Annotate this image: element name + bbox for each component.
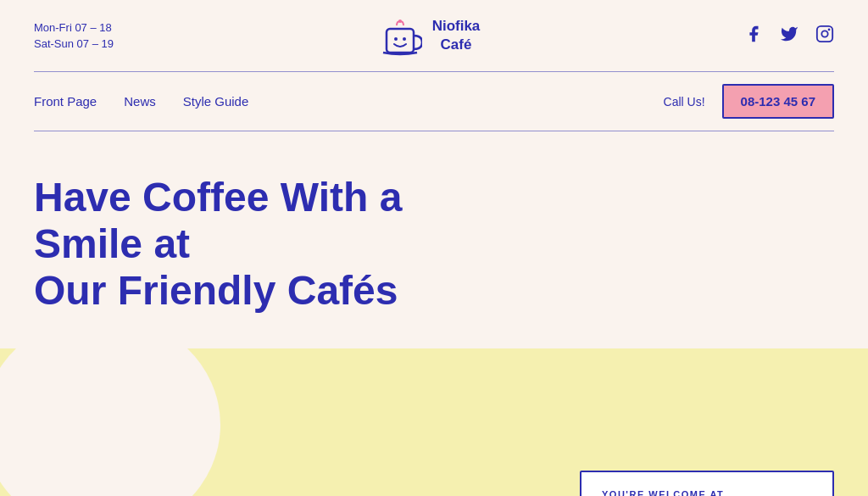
hero-title-line1: Have Coffee With a Smile at: [34, 175, 402, 266]
opening-hours: Mon-Fri 07 – 18 Sat-Sun 07 – 19: [34, 20, 114, 53]
nav-front-page[interactable]: Front Page: [34, 94, 97, 109]
top-bar: Mon-Fri 07 – 18 Sat-Sun 07 – 19 Niofika …: [0, 0, 868, 71]
call-us-label: Call Us!: [664, 95, 705, 109]
logo-icon: [378, 14, 422, 58]
svg-point-5: [821, 31, 827, 36]
nav-news[interactable]: News: [124, 94, 156, 109]
svg-point-6: [828, 28, 831, 31]
svg-point-1: [394, 37, 398, 41]
svg-point-2: [403, 37, 406, 41]
nav-right: Call Us! 08-123 45 67: [664, 84, 834, 119]
nav-links: Front Page News Style Guide: [34, 94, 248, 109]
social-icons: [744, 25, 834, 47]
svg-rect-4: [817, 25, 832, 41]
svg-point-3: [398, 20, 402, 23]
hours-weekend: Sat-Sun 07 – 19: [34, 36, 114, 53]
hero-section: Have Coffee With a Smile at Our Friendly…: [0, 131, 868, 340]
hours-weekday: Mon-Fri 07 – 18: [34, 20, 114, 36]
nav-bar: Front Page News Style Guide Call Us! 08-…: [0, 72, 868, 131]
wave-section: You're welcome at...: [0, 348, 868, 496]
wave-curve: [0, 348, 220, 496]
instagram-icon[interactable]: [815, 25, 834, 47]
svg-rect-0: [387, 29, 414, 53]
logo-text: Niofika Café: [432, 17, 481, 54]
welcome-label: You're welcome at...: [602, 489, 812, 496]
hero-title-line2: Our Friendly Cafés: [34, 268, 398, 313]
top-divider: [34, 71, 834, 72]
logo[interactable]: Niofika Café: [378, 14, 481, 58]
facebook-icon[interactable]: [744, 25, 763, 47]
phone-button[interactable]: 08-123 45 67: [722, 84, 834, 119]
nav-style-guide[interactable]: Style Guide: [183, 94, 249, 109]
welcome-card: You're welcome at...: [580, 471, 834, 496]
twitter-icon[interactable]: [780, 25, 798, 47]
hero-title: Have Coffee With a Smile at Our Friendly…: [34, 174, 509, 315]
